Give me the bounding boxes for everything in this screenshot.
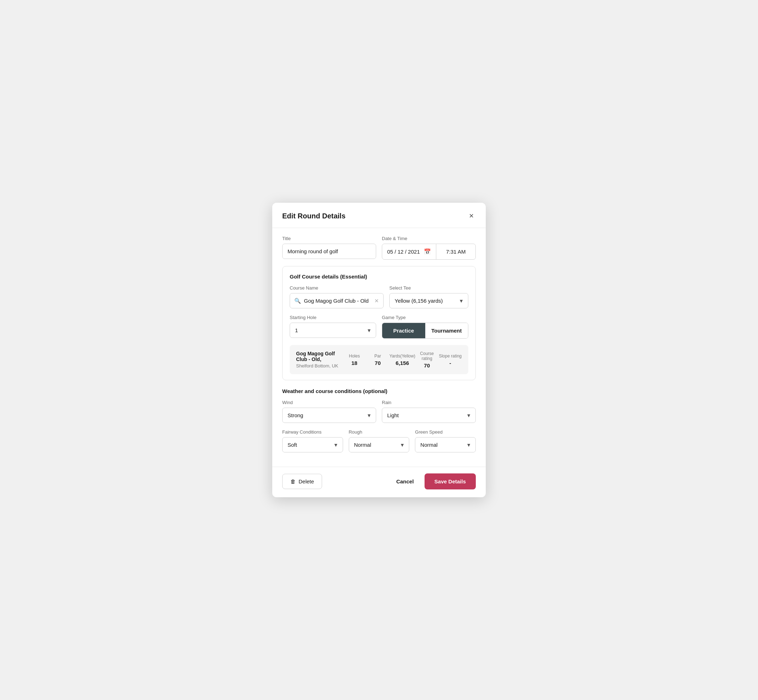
course-name-label: Course Name <box>290 285 384 291</box>
starting-hole-wrap: 1 ▼ <box>290 323 376 338</box>
weather-section: Weather and course conditions (optional)… <box>282 388 476 452</box>
search-icon: 🔍 <box>294 298 301 304</box>
par-label: Par <box>366 353 390 359</box>
yards-label: Yards(Yellow) <box>389 353 415 359</box>
green-speed-select[interactable]: Normal <box>415 437 476 452</box>
modal-header: Edit Round Details × <box>272 203 486 228</box>
golf-course-section: Golf Course details (Essential) Course N… <box>282 266 476 380</box>
practice-button[interactable]: Practice <box>382 323 425 338</box>
close-button[interactable]: × <box>467 211 476 221</box>
course-name-input[interactable] <box>304 294 371 308</box>
edit-round-modal: Edit Round Details × Title Date & Time 0… <box>272 203 486 497</box>
wind-select[interactable]: Strong <box>282 408 376 423</box>
course-info-box: Gog Magog Golf Club - Old, Shelford Bott… <box>290 345 468 374</box>
fairway-label: Fairway Conditions <box>282 429 343 434</box>
datetime-label: Date & Time <box>382 236 476 241</box>
time-part[interactable]: 7:31 AM <box>436 244 475 259</box>
fairway-select[interactable]: Soft <box>282 437 343 452</box>
delete-label: Delete <box>299 478 314 484</box>
modal-title: Edit Round Details <box>282 212 346 220</box>
starting-hole-label: Starting Hole <box>290 315 376 320</box>
title-label: Title <box>282 236 376 241</box>
par-stat: Par 70 <box>366 353 390 366</box>
wind-group: Wind Strong ▼ <box>282 400 376 423</box>
green-speed-select-wrap: Normal ▼ <box>415 437 476 452</box>
green-speed-group: Green Speed Normal ▼ <box>415 429 476 452</box>
par-value: 70 <box>366 360 390 366</box>
game-type-group: Game Type Practice Tournament <box>382 315 468 339</box>
select-tee-group: Select Tee Yellow (6,156 yards) ▼ <box>389 285 468 308</box>
rain-label: Rain <box>382 400 476 405</box>
modal-footer: 🗑 Delete Cancel Save Details <box>272 467 486 497</box>
rain-group: Rain Light ▼ <box>382 400 476 423</box>
hole-gametype-row: Starting Hole 1 ▼ Game Type Practice Tou… <box>290 315 468 339</box>
yards-value: 6,156 <box>389 360 415 366</box>
course-info-name: Gog Magog Golf Club - Old, Shelford Bott… <box>296 351 343 369</box>
starting-hole-group: Starting Hole 1 ▼ <box>290 315 376 339</box>
holes-stat: Holes 18 <box>343 353 366 366</box>
rough-select[interactable]: Normal <box>349 437 410 452</box>
fairway-rough-green-row: Fairway Conditions Soft ▼ Rough Normal <box>282 429 476 452</box>
wind-rain-row: Wind Strong ▼ Rain Light ▼ <box>282 400 476 423</box>
rough-group: Rough Normal ▼ <box>349 429 410 452</box>
slope-rating-label: Slope rating <box>439 353 462 359</box>
course-name-group: Course Name 🔍 ✕ <box>290 285 384 308</box>
select-tee-input[interactable]: Yellow (6,156 yards) <box>389 293 468 308</box>
fairway-select-wrap: Soft ▼ <box>282 437 343 452</box>
title-input[interactable] <box>282 244 376 259</box>
datetime-group: Date & Time 05 / 12 / 2021 📅 7:31 AM <box>382 236 476 259</box>
calendar-icon: 📅 <box>424 248 431 255</box>
game-type-toggle: Practice Tournament <box>382 323 468 339</box>
yards-stat: Yards(Yellow) 6,156 <box>389 353 415 366</box>
date-value: 05 / 12 / 2021 <box>387 248 420 255</box>
title-group: Title <box>282 236 376 259</box>
course-name-bold: Gog Magog Golf Club - Old, <box>296 351 343 362</box>
rough-label: Rough <box>349 429 410 434</box>
clear-course-icon[interactable]: ✕ <box>374 298 379 304</box>
save-button[interactable]: Save Details <box>424 473 476 489</box>
wind-select-wrap: Strong ▼ <box>282 408 376 423</box>
date-part[interactable]: 05 / 12 / 2021 📅 <box>382 244 436 259</box>
holes-label: Holes <box>343 353 366 359</box>
title-datetime-row: Title Date & Time 05 / 12 / 2021 📅 7:31 … <box>282 236 476 259</box>
green-speed-label: Green Speed <box>415 429 476 434</box>
holes-value: 18 <box>343 360 366 366</box>
select-tee-label: Select Tee <box>389 285 468 291</box>
date-time-row: 05 / 12 / 2021 📅 7:31 AM <box>382 244 476 259</box>
starting-hole-select[interactable]: 1 <box>290 323 376 338</box>
tournament-button[interactable]: Tournament <box>425 323 468 338</box>
course-location: Shelford Bottom, UK <box>296 363 343 369</box>
wind-label: Wind <box>282 400 376 405</box>
golf-section-title: Golf Course details (Essential) <box>290 273 468 280</box>
modal-body: Title Date & Time 05 / 12 / 2021 📅 7:31 … <box>272 228 486 467</box>
course-rating-label: Course rating <box>415 351 439 361</box>
rain-select-wrap: Light ▼ <box>382 408 476 423</box>
game-type-label: Game Type <box>382 315 468 320</box>
course-tee-row: Course Name 🔍 ✕ Select Tee Yellow (6,156… <box>290 285 468 308</box>
rain-select[interactable]: Light <box>382 408 476 423</box>
weather-section-title: Weather and course conditions (optional) <box>282 388 476 394</box>
cancel-button[interactable]: Cancel <box>390 474 420 489</box>
rough-select-wrap: Normal ▼ <box>349 437 410 452</box>
trash-icon: 🗑 <box>290 478 296 484</box>
fairway-group: Fairway Conditions Soft ▼ <box>282 429 343 452</box>
select-tee-wrap: Yellow (6,156 yards) ▼ <box>389 293 468 308</box>
time-value: 7:31 AM <box>446 248 465 255</box>
course-name-search-wrap: 🔍 ✕ <box>290 293 384 308</box>
course-rating-stat: Course rating 70 <box>415 351 439 369</box>
slope-rating-stat: Slope rating - <box>439 353 462 366</box>
slope-rating-value: - <box>439 360 462 366</box>
delete-button[interactable]: 🗑 Delete <box>282 474 322 489</box>
course-rating-value: 70 <box>415 362 439 369</box>
